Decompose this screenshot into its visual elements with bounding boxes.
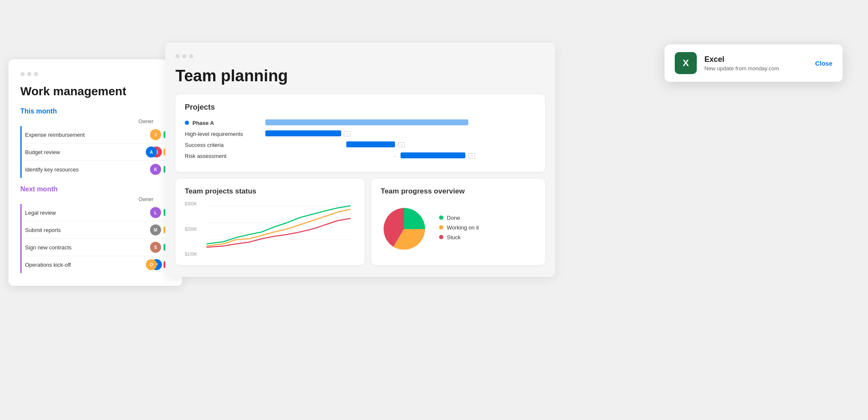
legend-stuck: Stuck bbox=[439, 234, 479, 240]
phase-a-label: Phase A bbox=[192, 120, 214, 126]
work-management-card: Work management This month Owner Expense… bbox=[8, 59, 182, 286]
line-chart: $300K $200K $100K bbox=[185, 202, 355, 257]
list-item: Identify key resources K bbox=[22, 160, 170, 178]
legend-dot-stuck bbox=[439, 235, 443, 239]
this-month-label: This month bbox=[20, 108, 170, 115]
list-item: Operations kick-off O P bbox=[22, 256, 170, 273]
gantt-row-phase-a: Phase A bbox=[185, 119, 536, 126]
gantt-label-risk: Risk assessment bbox=[185, 153, 261, 159]
gantt-track-success: → bbox=[265, 141, 536, 148]
window-controls bbox=[20, 72, 170, 76]
excel-icon-wrap: X bbox=[675, 52, 697, 74]
avatar: K bbox=[150, 164, 161, 175]
excel-notification: X Excel New update from monday.com Close bbox=[665, 44, 843, 82]
close-button[interactable]: Close bbox=[815, 60, 832, 67]
avatar: J bbox=[150, 129, 161, 140]
excel-title: Excel bbox=[704, 55, 807, 64]
gantt-label-success: Success criteria bbox=[185, 142, 261, 148]
gantt-track-phase bbox=[265, 119, 536, 126]
list-item: Expense reimbursement J bbox=[22, 126, 170, 143]
item-expense: Expense reimbursement bbox=[22, 132, 147, 138]
gantt-track-highlevel: → bbox=[265, 130, 536, 137]
dot-yellow bbox=[27, 72, 31, 76]
bottom-panels: Team projects status $300K $200K $100K bbox=[175, 179, 545, 265]
gantt-bar-risk bbox=[401, 152, 465, 158]
progress-panel-title: Team progress overview bbox=[381, 187, 536, 196]
excel-icon: X bbox=[683, 58, 689, 69]
avatar: S bbox=[150, 242, 161, 253]
next-month-label: Next month bbox=[20, 185, 170, 193]
avatar: L bbox=[150, 207, 161, 218]
next-month-owner-header: Owner bbox=[20, 196, 170, 202]
gantt-row-risk: Risk assessment → → bbox=[185, 152, 536, 159]
gantt-track-risk: → → bbox=[265, 152, 536, 159]
gantt-chart: Phase A High-level requirements → Succes… bbox=[185, 119, 536, 163]
excel-info: Excel New update from monday.com bbox=[704, 55, 807, 72]
avatar: M bbox=[150, 224, 161, 235]
pie-area: Done Working on it Stuck bbox=[381, 202, 536, 257]
projects-title: Projects bbox=[185, 103, 536, 112]
team-planning-card: Team planning Projects Phase A High-leve… bbox=[165, 42, 555, 277]
item-submit: Submit reports bbox=[22, 227, 147, 233]
status-panel-title: Team projects status bbox=[185, 187, 355, 196]
line-chart-svg bbox=[185, 202, 355, 257]
excel-subtitle: New update from monday.com bbox=[704, 65, 807, 72]
dot-red bbox=[20, 72, 25, 76]
team-planning-title: Team planning bbox=[175, 67, 545, 85]
gantt-connector: → bbox=[468, 153, 475, 158]
gantt-connector: → bbox=[398, 142, 405, 147]
item-identify: Identify key resources bbox=[22, 166, 147, 173]
gantt-row-highlevel: High-level requirements → bbox=[185, 130, 536, 137]
work-management-title: Work management bbox=[20, 85, 170, 98]
y-label-100: $100K bbox=[185, 252, 197, 257]
dot-green bbox=[34, 72, 38, 76]
item-budget: Budget review bbox=[22, 149, 143, 155]
list-item: Sign new contracts S bbox=[22, 238, 170, 256]
pie-chart bbox=[381, 206, 427, 252]
status-panel: Team projects status $300K $200K $100K bbox=[175, 179, 364, 265]
legend-dot-done bbox=[439, 216, 443, 220]
gantt-bar-success bbox=[346, 141, 395, 147]
gantt-row-success: Success criteria → bbox=[185, 141, 536, 148]
item-legal: Legal review bbox=[22, 210, 147, 216]
gantt-bar-phase-a bbox=[265, 119, 468, 125]
legend-dot-working bbox=[439, 225, 443, 229]
window-controls-tp bbox=[175, 54, 545, 58]
gantt-connector: → bbox=[344, 131, 351, 136]
item-ops: Operations kick-off bbox=[22, 262, 143, 268]
dot-green-tp bbox=[189, 54, 193, 58]
avatar: A B bbox=[146, 146, 161, 158]
list-item: Legal review L bbox=[22, 204, 170, 221]
y-label-200: $200K bbox=[185, 227, 197, 232]
progress-panel: Team progress overview Done bbox=[371, 179, 545, 265]
y-label-300: $300K bbox=[185, 202, 197, 206]
avatar: O P bbox=[146, 259, 161, 270]
dot-yellow-tp bbox=[182, 54, 186, 58]
list-item: Submit reports M bbox=[22, 221, 170, 238]
legend-done: Done bbox=[439, 215, 479, 221]
pie-legend: Done Working on it Stuck bbox=[439, 215, 479, 244]
dot-red-tp bbox=[175, 54, 180, 58]
legend-stuck-label: Stuck bbox=[447, 234, 461, 240]
legend-working: Working on it bbox=[439, 224, 479, 231]
gantt-bar-highlevel bbox=[265, 130, 341, 136]
gantt-label-highlevel: High-level requirements bbox=[185, 131, 261, 137]
phase-dot bbox=[185, 121, 189, 125]
projects-panel: Projects Phase A High-level requirements… bbox=[175, 94, 545, 172]
list-item: Budget review A B bbox=[22, 143, 170, 160]
legend-working-label: Working on it bbox=[447, 224, 479, 231]
item-sign: Sign new contracts bbox=[22, 244, 147, 251]
this-month-owner-header: Owner bbox=[20, 119, 170, 124]
legend-done-label: Done bbox=[447, 215, 460, 221]
